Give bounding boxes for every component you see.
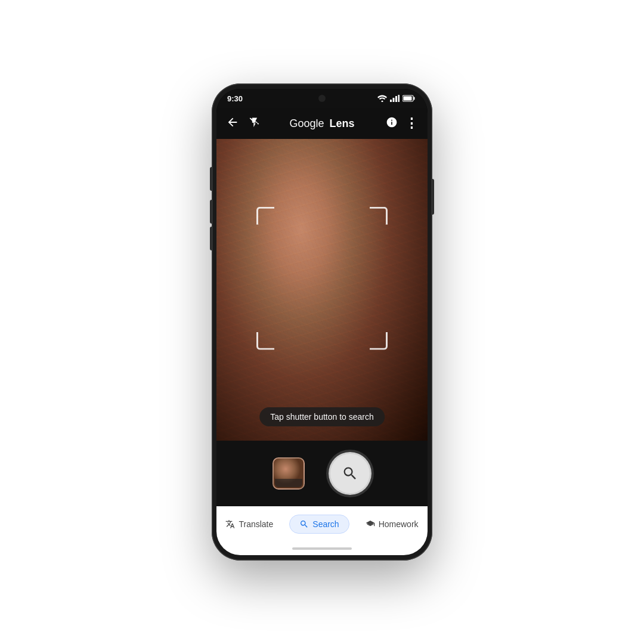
title-google: Google bbox=[289, 117, 324, 130]
corner-tr bbox=[370, 207, 388, 225]
shutter-button[interactable] bbox=[329, 452, 371, 495]
search-tab[interactable]: Search bbox=[289, 515, 349, 534]
app-bar: Google Lens ⋮ bbox=[216, 108, 428, 139]
home-indicator-bar bbox=[292, 547, 352, 550]
phone-device: 9:30 bbox=[212, 83, 432, 561]
home-indicator bbox=[216, 542, 428, 555]
hint-text: Tap shutter button to search bbox=[259, 407, 385, 426]
svg-rect-1 bbox=[390, 100, 392, 102]
battery-icon bbox=[402, 95, 416, 102]
svg-rect-8 bbox=[274, 459, 304, 488]
flash-off-button[interactable] bbox=[249, 116, 261, 131]
status-time: 9:30 bbox=[227, 94, 243, 103]
homework-tab[interactable]: Homework bbox=[355, 515, 428, 534]
info-button[interactable] bbox=[386, 116, 398, 131]
svg-rect-7 bbox=[404, 97, 412, 101]
search-tab-label: Search bbox=[312, 519, 339, 529]
app-bar-left bbox=[226, 116, 261, 132]
translate-tab[interactable]: Translate bbox=[216, 515, 283, 534]
app-bar-title: Google Lens bbox=[289, 117, 354, 130]
mode-tabs: Translate Search Homework bbox=[216, 506, 428, 542]
phone-screen: 9:30 bbox=[216, 89, 428, 555]
svg-point-0 bbox=[382, 101, 383, 103]
corner-br bbox=[370, 332, 388, 350]
translate-tab-label: Translate bbox=[239, 519, 273, 529]
corner-bl bbox=[256, 332, 274, 350]
bottom-area: Translate Search Homework bbox=[216, 441, 428, 555]
camera-notch bbox=[318, 95, 326, 102]
app-bar-right: ⋮ bbox=[386, 116, 418, 131]
corner-tl bbox=[256, 207, 274, 225]
svg-rect-3 bbox=[395, 96, 397, 102]
scan-frame bbox=[256, 207, 388, 350]
signal-icon bbox=[390, 95, 400, 102]
translate-icon bbox=[225, 519, 235, 529]
back-button[interactable] bbox=[226, 116, 239, 132]
shutter-row bbox=[216, 441, 428, 506]
shutter-search-icon bbox=[342, 465, 358, 482]
camera-viewfinder: Tap shutter button to search bbox=[216, 139, 428, 441]
svg-rect-4 bbox=[398, 95, 400, 102]
status-bar: 9:30 bbox=[216, 89, 428, 108]
svg-rect-2 bbox=[393, 98, 395, 102]
more-options-button[interactable]: ⋮ bbox=[405, 117, 418, 130]
wifi-icon bbox=[377, 95, 387, 102]
svg-rect-6 bbox=[414, 97, 415, 100]
gallery-thumbnail-button[interactable] bbox=[273, 457, 305, 490]
search-tab-icon bbox=[299, 519, 309, 529]
homework-tab-label: Homework bbox=[379, 519, 419, 529]
title-lens: Lens bbox=[330, 117, 355, 130]
homework-icon bbox=[366, 519, 375, 529]
status-icons bbox=[377, 95, 416, 102]
